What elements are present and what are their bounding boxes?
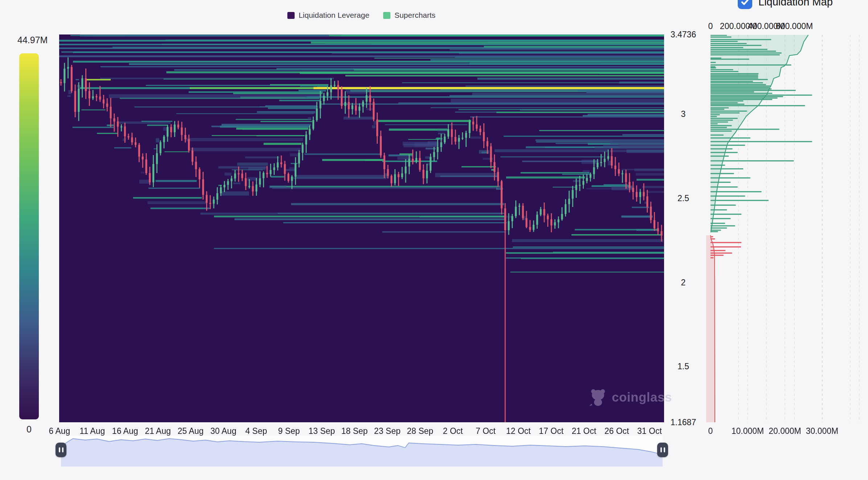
date-axis-tick: 16 Aug (112, 426, 138, 436)
liqmap-top-axis-tick: 0 (708, 21, 713, 31)
price-axis-tick: 2.5 (677, 194, 689, 203)
liquidation-map-canvas[interactable] (705, 35, 868, 422)
date-axis-tick: 9 Sep (278, 426, 300, 436)
date-axis-tick: 23 Sep (374, 426, 401, 436)
liqmap-bottom-axis-tick: 0 (708, 426, 713, 436)
navigator-canvas[interactable] (61, 436, 663, 467)
date-axis-tick: 28 Sep (407, 426, 433, 436)
price-axis-tick: 2 (681, 277, 686, 287)
liquidation-heatmap-canvas[interactable] (59, 34, 664, 422)
price-axis-tick: 3.4736 (671, 30, 696, 40)
price-axis-tick: 1.1687 (671, 418, 696, 427)
date-axis-tick: 12 Oct (506, 426, 531, 436)
liqmap-top-axis-tick: 600.000M (776, 21, 813, 31)
date-axis-tick: 13 Sep (308, 426, 335, 436)
navigator-handle-left[interactable] (56, 443, 66, 457)
liquidation-map-toggle[interactable]: Liquidation Map (738, 0, 833, 9)
liqmap-bottom-axis-tick: 20.000M (769, 426, 801, 436)
legend-item-1[interactable]: Supercharts (383, 11, 435, 20)
navigator-handle-right[interactable] (657, 443, 668, 457)
liqmap-bottom-axis-tick: 10.000M (732, 426, 764, 436)
liquidation-map-toggle-label: Liquidation Map (758, 0, 833, 9)
date-axis-tick: 7 Oct (476, 426, 496, 436)
date-axis-tick: 17 Oct (539, 426, 564, 436)
price-axis-tick: 1.5 (677, 362, 689, 371)
colorbar-min-label: 0 (26, 424, 32, 435)
legend-swatch (287, 12, 295, 19)
colorbar (19, 53, 39, 419)
liqmap-bottom-axis-tick: 30.000M (806, 426, 839, 436)
legend-label: Liquidation Leverage (299, 11, 369, 20)
date-axis-tick: 25 Aug (177, 426, 204, 436)
legend-swatch (383, 12, 390, 19)
date-axis-tick: 6 Aug (49, 426, 70, 436)
date-axis-tick: 21 Aug (145, 426, 171, 436)
date-axis-tick: 4 Sep (245, 426, 267, 436)
date-axis-tick: 2 Oct (443, 426, 463, 436)
date-axis-tick: 26 Oct (605, 426, 629, 436)
liquidation-heatmap-page: 44.97M 0 Liquidation LeverageSupercharts… (0, 0, 868, 480)
legend-label: Supercharts (394, 11, 435, 20)
checkbox-checked-icon[interactable] (738, 0, 752, 9)
date-axis-tick: 18 Sep (341, 426, 368, 436)
date-axis-tick: 21 Oct (572, 426, 596, 436)
legend: Liquidation LeverageSupercharts (287, 11, 435, 20)
price-axis-tick: 3 (681, 109, 686, 119)
date-axis-tick: 30 Aug (210, 426, 237, 436)
date-axis-tick: 31 Oct (637, 426, 662, 436)
date-axis-tick: 11 Aug (79, 426, 105, 436)
colorbar-max-label: 44.97M (17, 35, 48, 45)
legend-item-0[interactable]: Liquidation Leverage (287, 11, 369, 20)
